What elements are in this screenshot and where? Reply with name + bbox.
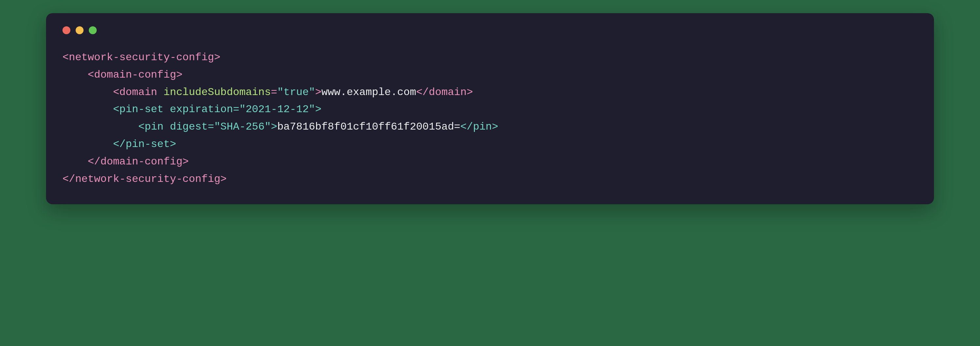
maximize-icon[interactable] <box>89 26 97 34</box>
attr-value-true: "true" <box>277 86 315 98</box>
code-window: <network-security-config> <domain-config… <box>46 13 934 204</box>
tag-root-close: </network-security-config> <box>62 173 227 185</box>
attr-includeSubdomains: includeSubdomains <box>164 86 270 98</box>
indent <box>62 86 113 98</box>
tag-pin-close: </pin> <box>460 121 498 133</box>
attr-value-expiration: ="2021-12-12"> <box>233 103 321 115</box>
close-icon[interactable] <box>62 26 70 34</box>
tag-pinset-open-left: <pin-set <box>113 103 170 115</box>
tag-pinset-close: </pin-set> <box>113 138 176 150</box>
tag-close-bracket: > <box>315 86 321 98</box>
tag-domain-config-open: <domain-config> <box>88 69 183 81</box>
tag-domain-config-close: </domain-config> <box>88 156 189 168</box>
tag-pin-open-left: <pin <box>138 121 170 133</box>
attr-value-digest: ="SHA-256"> <box>208 121 277 133</box>
indent <box>62 156 88 168</box>
minimize-icon[interactable] <box>76 26 84 34</box>
window-controls <box>62 26 918 34</box>
attr-digest: digest <box>170 121 207 133</box>
attr-expiration: expiration <box>170 103 233 115</box>
code-content: <network-security-config> <domain-config… <box>62 49 918 188</box>
tag-domain-open-left: <domain <box>113 86 164 98</box>
indent <box>62 103 113 115</box>
indent <box>62 121 138 133</box>
indent <box>62 69 88 81</box>
indent <box>62 138 113 150</box>
domain-text: www.example.com <box>321 86 416 98</box>
pin-text: ba7816bf8f01cf10ff61f20015ad= <box>277 121 460 133</box>
tag-root-open: <network-security-config> <box>62 51 220 64</box>
equals: = <box>271 86 277 98</box>
tag-domain-close: </domain> <box>416 86 473 98</box>
